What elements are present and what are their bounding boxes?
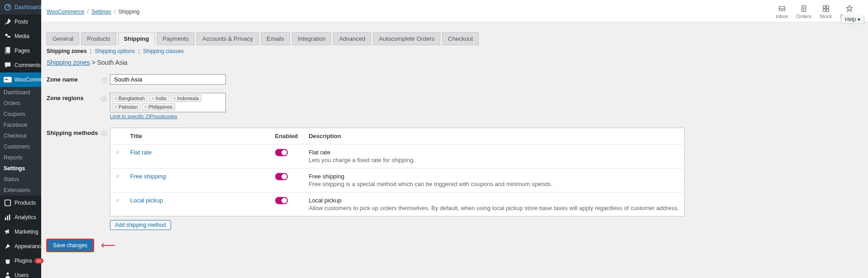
subtab-options[interactable]: Shipping options (95, 48, 135, 54)
label: Dashboard (14, 4, 41, 10)
enabled-toggle[interactable] (275, 197, 288, 204)
label: Users (14, 272, 29, 278)
help-icon[interactable]: ? (101, 130, 107, 137)
label: Comments (14, 62, 41, 68)
label: Posts (14, 19, 28, 25)
method-desc: Lets you charge a fixed rate for shippin… (309, 157, 679, 163)
help-icon[interactable]: ? (101, 96, 107, 102)
comment-icon (4, 61, 12, 69)
method-name: Local pickup (309, 197, 679, 204)
remove-icon[interactable]: × (114, 105, 117, 110)
add-shipping-method-button[interactable]: Add shipping method (110, 220, 171, 230)
sidebar-item-woocommerce[interactable]: WooCommerce (0, 72, 41, 87)
sub-customers[interactable]: Customers (0, 141, 41, 152)
sidebar-item-comments[interactable]: Comments (0, 58, 41, 72)
drag-handle[interactable]: ≡ (110, 192, 125, 216)
breadcrumb-settings[interactable]: Settings (91, 9, 111, 15)
label: Analytics (14, 214, 36, 220)
annotation-arrow: ⟵ (101, 240, 115, 251)
shipping-methods-label: Shipping methods (47, 128, 101, 136)
tab-products[interactable]: Products (81, 32, 116, 45)
tab-advanced[interactable]: Advanced (333, 32, 371, 45)
col-description: Description (303, 128, 684, 144)
label: Marketing (14, 229, 38, 235)
save-changes-button[interactable]: Save changes (47, 239, 94, 252)
method-name: Free shipping (309, 173, 679, 180)
tab-payments[interactable]: Payments (157, 32, 195, 45)
drag-handle[interactable]: ≡ (110, 144, 125, 168)
sidebar-item-appearance[interactable]: Appearance (0, 239, 41, 254)
help-button[interactable]: Help ▾ (841, 15, 864, 24)
region-tag[interactable]: ×Bangladesh (112, 95, 148, 102)
help-icon[interactable]: ? (101, 77, 107, 83)
subtab-classes[interactable]: Shipping classes (143, 48, 184, 54)
sub-reports[interactable]: Reports (0, 152, 41, 163)
region-tag[interactable]: ×Pakistan (112, 103, 140, 110)
remove-icon[interactable]: × (152, 96, 154, 101)
back-to-zones[interactable]: Shipping zones (47, 59, 90, 66)
method-title-link[interactable]: Local pickup (130, 197, 163, 204)
sidebar-item-marketing[interactable]: Marketing (0, 225, 41, 239)
zone-name-input[interactable] (110, 74, 226, 85)
label: Inbox (776, 14, 788, 19)
current-zone: South Asia (97, 59, 128, 66)
region-tag[interactable]: ×Indonesia (171, 95, 202, 102)
remove-icon[interactable]: × (114, 96, 117, 101)
zone-regions-input[interactable]: ×Bangladesh ×India ×Indonesia ×Pakistan … (110, 93, 226, 112)
svg-text:?: ? (103, 97, 105, 101)
sub-coupons[interactable]: Coupons (0, 109, 41, 120)
region-tag[interactable]: ×Philippines (142, 103, 175, 110)
region-tag[interactable]: ×India (149, 95, 169, 102)
sidebar-item-plugins[interactable]: Plugins10 (0, 254, 41, 268)
limit-postcodes-link[interactable]: Limit to specific ZIP/postcodes (110, 114, 177, 119)
label: Pages (14, 48, 30, 54)
media-icon (4, 32, 12, 40)
enabled-toggle[interactable] (275, 149, 288, 156)
label: Stock (820, 14, 832, 19)
remove-icon[interactable]: × (144, 105, 147, 110)
method-desc: Allow customers to pick up orders themse… (309, 205, 679, 211)
method-title-link[interactable]: Flat rate (130, 149, 152, 156)
stock-button[interactable]: Stock (820, 5, 832, 19)
sidebar-item-users[interactable]: Users (0, 268, 41, 278)
sidebar-item-media[interactable]: Media (0, 29, 41, 43)
tab-autocomplete[interactable]: Autocomplete Orders (373, 32, 440, 45)
tab-general[interactable]: General (47, 32, 79, 45)
sidebar-item-posts[interactable]: Posts (0, 14, 41, 29)
enabled-toggle[interactable] (275, 173, 288, 180)
sub-checkout[interactable]: Checkout (0, 130, 41, 141)
sub-dashboard[interactable]: Dashboard (0, 87, 41, 98)
sub-orders[interactable]: Orders (0, 98, 41, 109)
sidebar-item-products[interactable]: Products (0, 196, 41, 210)
woocommerce-submenu: Dashboard Orders Coupons Facebook Checko… (0, 87, 41, 196)
breadcrumb-woocommerce[interactable]: WooCommerce (47, 9, 84, 15)
sep: / (87, 9, 88, 15)
method-desc: Free shipping is a special method which … (309, 181, 679, 187)
svg-rect-3 (6, 47, 10, 53)
tab-shipping[interactable]: Shipping (118, 32, 155, 45)
remove-icon[interactable]: × (173, 96, 176, 101)
sub-extensions[interactable]: Extensions (0, 185, 41, 196)
col-title: Title (125, 128, 270, 144)
sub-facebook[interactable]: Facebook (0, 120, 41, 130)
method-title-link[interactable]: Free shipping (130, 173, 166, 180)
subtab-zones[interactable]: Shipping zones (47, 48, 87, 54)
drag-handle[interactable]: ≡ (110, 168, 125, 192)
sidebar-item-pages[interactable]: Pages (0, 43, 41, 58)
admin-sidebar: Dashboard Posts Media Pages Comments Woo… (0, 0, 41, 278)
inbox-button[interactable]: Inbox (776, 5, 788, 19)
sidebar-item-dashboard[interactable]: Dashboard (0, 0, 41, 14)
sub-settings[interactable]: Settings (0, 163, 41, 174)
svg-text:?: ? (103, 132, 105, 136)
orders-button[interactable]: Orders (796, 5, 811, 19)
tab-checkout[interactable]: Checkout (442, 32, 479, 45)
tab-integration[interactable]: Integration (292, 32, 331, 45)
sidebar-item-analytics[interactable]: Analytics (0, 210, 41, 225)
tab-accounts[interactable]: Accounts & Privacy (196, 32, 259, 45)
sep: > (90, 59, 97, 66)
svg-text:?: ? (103, 78, 105, 82)
tab-emails[interactable]: Emails (261, 32, 290, 45)
sub-status[interactable]: Status (0, 174, 41, 185)
label: Media (14, 33, 29, 39)
products-icon (4, 199, 12, 207)
